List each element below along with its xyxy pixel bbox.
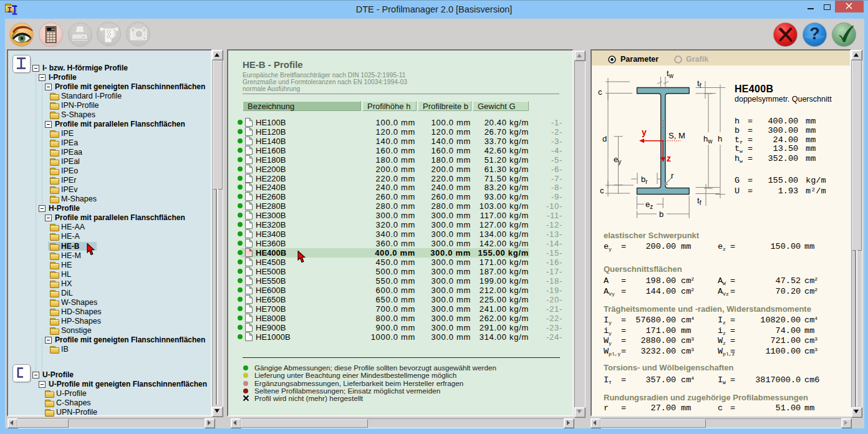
svg-text:b: b	[659, 210, 663, 218]
svg-text:tf: tf	[697, 79, 702, 89]
svg-text:?: ?	[809, 24, 820, 43]
svg-text:ez: ez	[645, 200, 653, 210]
svg-text:c: c	[598, 87, 602, 97]
svg-text:d: d	[602, 134, 607, 143]
svg-text:hw: hw	[703, 134, 713, 145]
svg-text:y: y	[642, 127, 647, 137]
svg-text:r: r	[671, 171, 674, 180]
svg-text:h: h	[718, 134, 722, 143]
svg-text:tf: tf	[697, 196, 702, 206]
svg-text:br: br	[641, 175, 648, 185]
svg-text:123: 123	[82, 36, 85, 39]
svg-text:S, M: S, M	[668, 131, 685, 140]
svg-text:ey: ey	[614, 155, 621, 165]
svg-text:tw: tw	[667, 69, 674, 79]
svg-text:z: z	[667, 153, 671, 163]
svg-text:c: c	[600, 186, 604, 195]
